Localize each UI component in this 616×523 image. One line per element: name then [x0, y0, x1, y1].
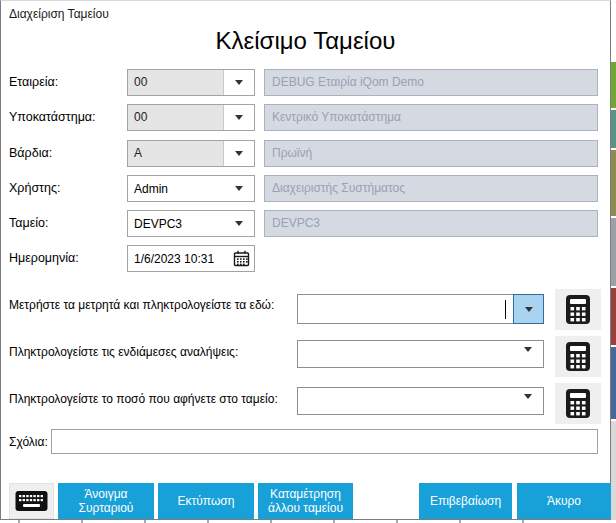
branch-name-field: Κεντρικό Υποκατάστημα [264, 104, 598, 131]
amount-left-label: Πληκτρολογείστε το ποσό που αφήνετε στο … [9, 392, 278, 406]
withdrawals-input[interactable] [297, 340, 544, 368]
company-select: 00 [127, 69, 255, 96]
chevron-down-icon [223, 105, 254, 130]
text-caret [505, 300, 506, 319]
shift-select: A [127, 140, 255, 167]
chevron-down-icon[interactable] [513, 294, 544, 324]
screen: Διαχείριση Ταμείου Κλείσιμο Ταμείου Εται… [0, 0, 616, 523]
comments-label: Σχόλια: [9, 435, 48, 449]
date-input[interactable]: 1/6/2023 10:31 [127, 245, 255, 272]
chevron-down-icon [223, 211, 254, 236]
keyboard-icon [15, 490, 48, 512]
background-window-sliver [611, 0, 616, 520]
withdrawals-label: Πληκτρολογείστε τις ενδιάμεσες αναλήψεις… [9, 345, 238, 359]
calculator-button[interactable] [555, 336, 601, 377]
cancel-button[interactable]: Άκυρο [517, 483, 611, 519]
shift-name-field: Πρωϊνή [264, 140, 598, 167]
chevron-down-icon [223, 141, 254, 166]
keyboard-button[interactable] [9, 483, 54, 519]
chevron-down-icon [223, 70, 254, 95]
calculator-button[interactable] [555, 383, 601, 424]
branch-select: 00 [127, 104, 255, 131]
register-code: DEVPC3 [128, 217, 223, 231]
branch-label: Υποκατάστημα: [9, 104, 96, 131]
dialog-title: Διαχείριση Ταμείου [9, 7, 109, 21]
confirm-button[interactable]: Επιβεβαίωση [419, 483, 512, 519]
cash-counted-label: Μετρήστε τα μετρητά και πληκτρολογείστε … [9, 298, 274, 312]
cash-counted-input[interactable] [297, 294, 544, 324]
calendar-icon [233, 250, 250, 267]
calculator-icon [565, 388, 591, 419]
comments-input[interactable] [51, 429, 598, 454]
shift-code: A [128, 141, 223, 166]
company-name-field: DEBUG Εταιρία iQom Demo [264, 69, 598, 96]
chevron-down-icon [524, 399, 532, 417]
user-code: Admin [128, 182, 223, 196]
user-select[interactable]: Admin [127, 175, 255, 202]
register-name-field: DEVPC3 [264, 210, 598, 237]
user-name-field: Διαχειριστής Συστήματος [264, 175, 598, 202]
register-label: Ταμείο: [9, 210, 48, 237]
shift-label: Βάρδια: [9, 140, 52, 167]
chevron-down-icon [223, 176, 254, 201]
count-other-register-button[interactable]: Καταμέτρηση άλλου ταμείου [258, 483, 353, 519]
cash-management-dialog: Διαχείριση Ταμείου Κλείσιμο Ταμείου Εται… [0, 0, 611, 520]
company-label: Εταιρεία: [9, 69, 58, 96]
register-select[interactable]: DEVPC3 [127, 210, 255, 237]
date-label: Ημερομηνία: [9, 245, 79, 272]
calculator-icon [565, 341, 591, 372]
page-title: Κλείσιμο Ταμείου [1, 27, 610, 55]
calculator-button[interactable] [555, 289, 601, 330]
user-label: Χρήστης: [9, 175, 61, 202]
calculator-icon [565, 294, 591, 325]
branch-code: 00 [128, 105, 223, 130]
print-button[interactable]: Εκτύπωση [158, 483, 254, 519]
date-value: 1/6/2023 10:31 [128, 252, 233, 266]
chevron-down-icon [524, 352, 532, 370]
company-code: 00 [128, 70, 223, 95]
amount-left-input[interactable] [297, 387, 544, 415]
open-drawer-button[interactable]: Άνοιγμα Συρταριού [58, 483, 154, 519]
